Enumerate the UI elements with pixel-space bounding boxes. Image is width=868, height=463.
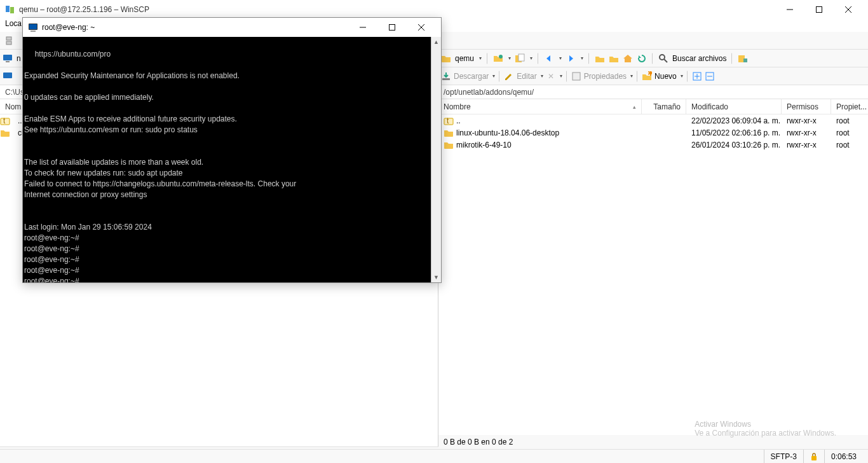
terminal-minimize-button[interactable] — [348, 18, 377, 37]
up-folder-icon: t — [444, 116, 454, 126]
window-title: qemu – root@172.25.1.196 – WinSCP — [19, 5, 775, 14]
file-modified: 26/01/2024 03:10:26 p. m. — [686, 141, 782, 149]
svg-rect-21 — [573, 73, 580, 80]
properties-button[interactable]: Propiedades — [584, 72, 627, 81]
svg-rect-33 — [31, 31, 36, 32]
up-folder-icon: t — [0, 116, 10, 126]
svg-text:✱: ✱ — [648, 71, 652, 78]
col-name-text: Nombre — [444, 102, 471, 111]
winscp-icon — [5, 4, 15, 15]
svg-rect-6 — [6, 37, 11, 40]
chevron-down-icon[interactable]: ▾ — [508, 55, 511, 61]
svg-rect-3 — [817, 7, 822, 13]
svg-rect-35 — [390, 25, 395, 31]
file-modified: 11/05/2022 02:06:16 p. m. — [686, 128, 782, 137]
folder-root-icon[interactable] — [609, 53, 619, 64]
remote-list-body[interactable]: t..22/02/2023 06:09:04 a. m.rwxr-xr-xroo… — [438, 114, 868, 436]
table-row[interactable]: mikrotik-6-49-1026/01/2024 03:10:26 p. m… — [438, 139, 868, 151]
chevron-down-icon[interactable]: ▾ — [479, 55, 482, 61]
remote-status-bar: 0 B de 0 B en 0 de 2 — [438, 435, 868, 449]
svg-rect-10 — [3, 73, 12, 78]
chevron-down-icon[interactable]: ▾ — [630, 73, 633, 79]
table-row[interactable]: linux-ubuntu-18.04.06-desktop11/05/2022 … — [438, 127, 868, 139]
folder-icon — [0, 128, 10, 138]
remote-folder-label[interactable]: qemu — [455, 54, 474, 63]
remote-panel-top: qemu ▾ ▾ ▾ ▾ ▾ Buscar archivos — [438, 50, 868, 67]
file-perms: rwxr-xr-x — [782, 128, 831, 137]
close-button[interactable] — [834, 0, 863, 19]
chevron-down-icon[interactable]: ▾ — [541, 73, 543, 79]
sort-asc-icon: ▴ — [633, 104, 636, 110]
svg-rect-30 — [811, 456, 817, 460]
edit-button[interactable]: Editar — [517, 72, 536, 81]
chevron-down-icon[interactable]: ▾ — [681, 73, 683, 79]
filter-icon[interactable] — [738, 53, 748, 64]
bottom-status-bar: SFTP-3 0:06:53 — [0, 449, 868, 463]
back-icon[interactable] — [544, 53, 554, 64]
delete-icon[interactable]: ✕ — [546, 71, 556, 81]
folder-up-icon[interactable] — [595, 53, 605, 64]
download-button[interactable]: Descargar — [454, 72, 489, 81]
monitor-small-icon[interactable] — [3, 71, 13, 81]
col-perms[interactable]: Permisos — [782, 99, 831, 114]
scroll-up-icon[interactable]: ▲ — [431, 37, 441, 47]
file-name: mikrotik-6-49-10 — [456, 141, 512, 149]
terminal-maximize-button[interactable] — [377, 18, 407, 37]
local-drive-label: n — [17, 54, 21, 63]
new-icon: ✱ — [642, 71, 652, 81]
refresh-icon[interactable] — [637, 53, 647, 64]
chevron-down-icon[interactable]: ▾ — [492, 73, 495, 79]
separator — [637, 71, 638, 82]
folder-files-icon[interactable] — [515, 53, 525, 64]
file-modified: 22/02/2023 06:09:04 a. m. — [686, 116, 782, 125]
folder-icon — [444, 140, 454, 150]
remote-status-text: 0 B de 0 B en 0 de 2 — [444, 438, 513, 446]
col-size[interactable]: Tamaño — [642, 99, 686, 114]
svg-rect-0 — [6, 6, 10, 12]
file-name: .. — [456, 116, 461, 125]
col-name[interactable]: Nombre▴ — [438, 99, 642, 114]
properties-icon — [571, 71, 581, 81]
separator — [588, 53, 590, 64]
plus-icon[interactable] — [692, 71, 702, 81]
remote-path[interactable]: /opt/unetlab/addons/qemu/ — [438, 85, 868, 99]
folder-new-icon[interactable] — [493, 53, 503, 64]
home-icon[interactable] — [623, 53, 633, 64]
chevron-down-icon[interactable]: ▾ — [559, 55, 562, 61]
file-owner: root — [831, 116, 868, 125]
scroll-down-icon[interactable]: ▼ — [431, 272, 441, 282]
protocol-status: SFTP-3 — [764, 450, 803, 463]
terminal-title: root@eve-ng: ~ — [42, 23, 348, 32]
terminal-window: root@eve-ng: ~ https://ubuntu.com/pro Ex… — [22, 17, 442, 283]
remote-panel-tools: Descargar▾ Editar▾ ✕▾ Propiedades▾ ✱ Nue… — [438, 67, 868, 85]
search-files-button[interactable]: Buscar archivos — [672, 54, 726, 63]
forward-icon[interactable] — [566, 53, 576, 64]
maximize-button[interactable] — [804, 0, 834, 19]
minus-icon[interactable] — [705, 71, 715, 81]
chevron-down-icon[interactable]: ▾ — [560, 73, 562, 79]
terminal-close-button[interactable] — [407, 18, 436, 37]
terminal-titlebar[interactable]: root@eve-ng: ~ — [23, 18, 441, 37]
terminal-scrollbar[interactable]: ▲ ▼ — [431, 37, 441, 282]
chevron-down-icon[interactable]: ▾ — [530, 55, 532, 61]
col-owner[interactable]: Propiet... — [831, 99, 868, 114]
search-icon — [658, 53, 668, 64]
chevron-down-icon[interactable]: ▾ — [581, 55, 583, 61]
col-modified[interactable]: Modificado — [686, 99, 782, 114]
folder-icon — [441, 53, 451, 64]
svg-rect-15 — [519, 54, 524, 61]
sync-dirs-icon[interactable] — [4, 36, 14, 46]
minimize-button[interactable] — [775, 0, 804, 19]
file-perms: rwxr-xr-x — [782, 116, 831, 125]
scrollbar-track[interactable] — [431, 47, 441, 272]
svg-line-17 — [664, 59, 667, 62]
new-button[interactable]: Nuevo — [654, 72, 677, 81]
table-row[interactable]: t..22/02/2023 06:09:04 a. m.rwxr-xr-xroo… — [438, 114, 868, 127]
file-owner: root — [831, 128, 868, 137]
svg-rect-19 — [743, 59, 747, 62]
file-perms: rwxr-xr-x — [782, 141, 831, 149]
svg-rect-7 — [6, 41, 11, 45]
monitor-icon[interactable] — [3, 53, 13, 64]
terminal-body[interactable]: https://ubuntu.com/pro Expanded Security… — [23, 37, 441, 282]
remote-list-header: Nombre▴ Tamaño Modificado Permisos Propi… — [438, 99, 868, 114]
